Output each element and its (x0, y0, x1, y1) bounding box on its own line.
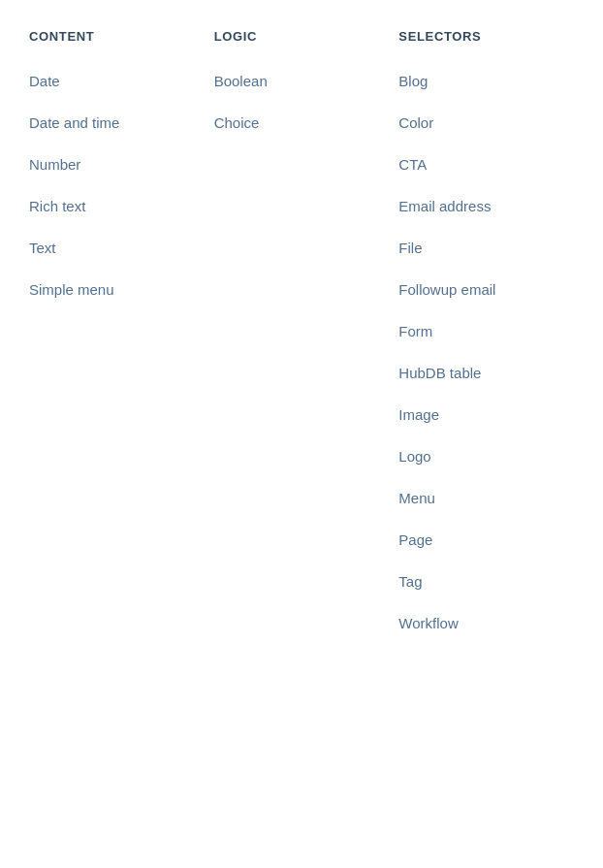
list-item[interactable]: Tag (398, 571, 584, 592)
list-item[interactable]: Page (398, 530, 584, 550)
content-column: CONTENT Date Date and time Number Rich t… (29, 29, 214, 655)
selectors-column: SELECTORS Blog Color CTA Email address F… (398, 29, 584, 655)
list-item[interactable]: Boolean (214, 71, 399, 91)
logic-column: LOGIC Boolean Choice (214, 29, 399, 655)
columns-container: CONTENT Date Date and time Number Rich t… (0, 0, 603, 684)
list-item[interactable]: CTA (398, 154, 584, 175)
list-item[interactable]: Blog (398, 71, 584, 91)
list-item[interactable]: Image (398, 404, 584, 425)
list-item[interactable]: HubDB table (398, 363, 584, 383)
logic-column-header: LOGIC (214, 29, 399, 44)
list-item[interactable]: Rich text (29, 196, 214, 216)
list-item[interactable]: Number (29, 154, 214, 175)
list-item[interactable]: Logo (398, 446, 584, 466)
content-column-header: CONTENT (29, 29, 214, 44)
list-item[interactable]: Email address (398, 196, 584, 216)
selectors-column-header: SELECTORS (398, 29, 584, 44)
list-item[interactable]: Form (398, 321, 584, 341)
list-item[interactable]: Color (398, 113, 584, 133)
list-item[interactable]: Workflow (398, 613, 584, 633)
list-item[interactable]: Choice (214, 113, 399, 133)
list-item[interactable]: Simple menu (29, 279, 214, 300)
list-item[interactable]: File (398, 238, 584, 258)
list-item[interactable]: Text (29, 238, 214, 258)
list-item[interactable]: Date and time (29, 113, 214, 133)
list-item[interactable]: Followup email (398, 279, 584, 300)
list-item[interactable]: Date (29, 71, 214, 91)
list-item[interactable]: Menu (398, 488, 584, 508)
